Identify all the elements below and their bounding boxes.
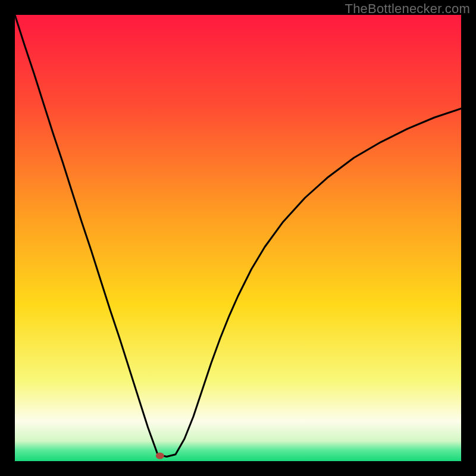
gradient-background [15, 15, 461, 461]
bottleneck-chart [15, 15, 461, 461]
plot-frame [15, 15, 461, 461]
optimal-point-marker [156, 453, 164, 459]
watermark-text: TheBottlenecker.com [345, 1, 470, 17]
